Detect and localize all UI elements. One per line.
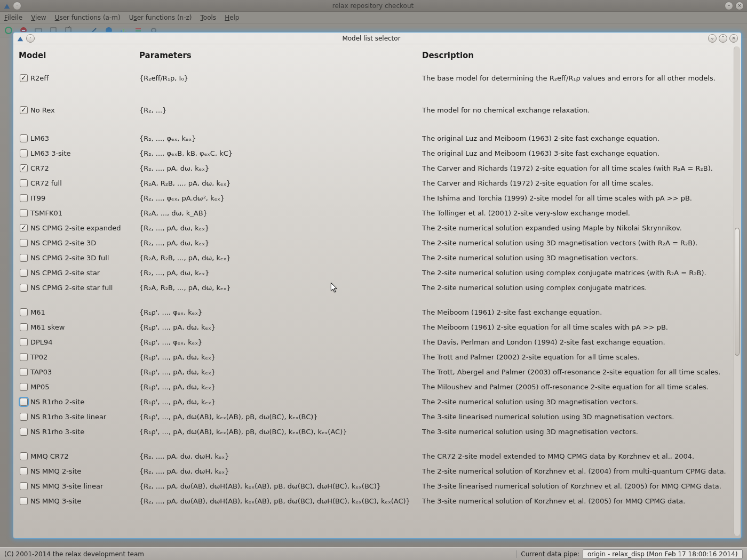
model-description: The Trott and Palmer (2002) 2-site equat…: [422, 353, 736, 361]
dialog-titlebar: · Model list selector ⌄ ⌃ ×: [13, 33, 741, 44]
model-checkbox[interactable]: [20, 106, 28, 114]
model-description: The 3-site linearised numerical solution…: [422, 482, 736, 490]
model-description: The 3-site linearised numerical solution…: [422, 413, 736, 421]
model-checkbox[interactable]: [20, 413, 28, 421]
model-row: NS CPMG 2-site star full{R₂A, R₂B, ..., …: [19, 280, 736, 295]
model-checkbox[interactable]: [20, 482, 28, 490]
model-name: NS MMQ 3-site linear: [30, 482, 139, 490]
model-row: NS CPMG 2-site 3D full{R₂A, R₂B, ..., pA…: [19, 250, 736, 265]
scrollbar[interactable]: [734, 46, 740, 536]
model-checkbox[interactable]: [20, 254, 28, 262]
model-checkbox[interactable]: [20, 323, 28, 331]
model-parameters: {R₂A, R₂B, ..., pA, dω, kₑₓ}: [139, 179, 422, 187]
model-row: MP05{R₁ρ', ..., pA, dω, kₑₓ}The Miloushe…: [19, 379, 736, 394]
model-description: The 2-site numerical solution using comp…: [422, 284, 736, 292]
model-checkbox[interactable]: [20, 428, 28, 436]
model-parameters: {R₂, ..., pA, dω, dωH, kₑₓ}: [139, 452, 422, 460]
header-model: Model: [19, 51, 139, 60]
model-description: The 3-site numerical solution of Korzhne…: [422, 497, 736, 505]
model-row: M61{R₁ρ', ..., φₑₓ, kₑₓ}The Meiboom (196…: [19, 305, 736, 319]
model-parameters: {R₂eff/R₁ρ, I₀}: [139, 74, 422, 82]
model-name: NS CPMG 2-site expanded: [30, 224, 139, 232]
model-description: The Meiboom (1961) 2-site equation for a…: [422, 323, 736, 331]
model-description: The 2-site numerical solution using 3D m…: [422, 398, 736, 406]
model-checkbox[interactable]: [20, 269, 28, 277]
model-row: NS R1rho 3-site linear{R₁ρ', ..., pA, dω…: [19, 409, 736, 424]
model-name: LM63: [30, 134, 139, 142]
svg-marker-14: [18, 36, 23, 41]
model-description: The Carver and Richards (1972) 2-site eq…: [422, 164, 736, 172]
model-checkbox[interactable]: [20, 239, 28, 247]
model-name: M61 skew: [30, 323, 139, 331]
model-checkbox[interactable]: [20, 134, 28, 142]
model-name: R2eff: [30, 74, 139, 82]
model-checkbox[interactable]: [20, 338, 28, 346]
model-parameters: {R₁ρ', ..., pA, dω(AB), kₑₓ(AB), pB, dω(…: [139, 413, 422, 421]
dialog-title: Model list selector: [35, 35, 708, 42]
model-description: The Tollinger et al. (2001) 2-site very-…: [422, 209, 736, 217]
model-list-dialog: · Model list selector ⌄ ⌃ × Model Parame…: [13, 32, 742, 539]
model-parameters: {R₁ρ', ..., pA, dω, kₑₓ}: [139, 368, 422, 376]
model-parameters: {R₂, ..., φₑₓ, kₑₓ}: [139, 134, 422, 142]
model-name: DPL94: [30, 338, 139, 346]
model-checkbox[interactable]: [20, 497, 28, 505]
pipe-label: Current data pipe:: [516, 550, 579, 558]
model-parameters: {R₁ρ', ..., φₑₓ, kₑₓ}: [139, 338, 422, 346]
dialog-min-icon[interactable]: ⌄: [708, 34, 717, 43]
dialog-max-icon[interactable]: ⌃: [719, 34, 727, 43]
model-parameters: {R₁ρ', ..., pA, dω, kₑₓ}: [139, 323, 422, 331]
model-checkbox[interactable]: [20, 308, 28, 316]
model-parameters: {R₂, ..., pA, dω, kₑₓ}: [139, 164, 422, 172]
model-checkbox[interactable]: [20, 209, 28, 217]
model-parameters: {R₁ρ', ..., pA, dω(AB), kₑₓ(AB), pB, dω(…: [139, 428, 422, 436]
model-row: LM63 3-site{R₂, ..., φₑₓB, kB, φₑₓC, kC}…: [19, 146, 736, 161]
model-name: CR72: [30, 164, 139, 172]
model-description: The Meiboom (1961) 2-site fast exchange …: [422, 308, 736, 316]
model-checkbox[interactable]: [20, 383, 28, 391]
model-checkbox[interactable]: [20, 224, 28, 232]
model-description: The model for no chemical exchange relax…: [422, 106, 736, 114]
model-description: The 2-site numerical solution using comp…: [422, 269, 736, 277]
model-description: The original Luz and Meiboom (1963) 3-si…: [422, 149, 736, 157]
model-name: NS CPMG 2-site 3D: [30, 239, 139, 247]
model-checkbox[interactable]: [20, 467, 28, 475]
header-parameters: Parameters: [139, 51, 422, 60]
scrollbar-thumb[interactable]: [735, 228, 740, 356]
model-name: LM63 3-site: [30, 149, 139, 157]
model-parameters: {R₂, ..., pA, dω(AB), dωH(AB), kₑₓ(AB), …: [139, 497, 422, 505]
model-row: TSMFK01{R₂A, ..., dω, k_AB}The Tollinger…: [19, 205, 736, 220]
model-row: NS CPMG 2-site star{R₂, ..., pA, dω, kₑₓ…: [19, 265, 736, 280]
model-name: NS CPMG 2-site 3D full: [30, 254, 139, 262]
model-parameters: {R₂A, ..., dω, k_AB}: [139, 209, 422, 217]
copyright-text: (C) 2001-2014 the relax development team: [4, 550, 144, 558]
model-name: NS MMQ 2-site: [30, 467, 139, 475]
model-name: NS CPMG 2-site star full: [30, 284, 139, 292]
model-description: The 2-site numerical solution using 3D m…: [422, 254, 736, 262]
model-row: NS R1rho 2-site{R₁ρ', ..., pA, dω, kₑₓ}T…: [19, 394, 736, 409]
model-checkbox[interactable]: [20, 353, 28, 361]
model-checkbox[interactable]: [20, 452, 28, 460]
dialog-app-icon: [17, 35, 24, 42]
model-name: TP02: [30, 353, 139, 361]
model-parameters: {R₂, ..., pA, dω(AB), dωH(AB), kₑₓ(AB), …: [139, 482, 422, 490]
model-checkbox[interactable]: [20, 398, 28, 406]
model-list: R2eff{R₂eff/R₁ρ, I₀}The base model for d…: [19, 67, 736, 508]
dialog-close-icon[interactable]: ×: [729, 34, 738, 43]
model-row: R2eff{R₂eff/R₁ρ, I₀}The base model for d…: [19, 67, 736, 89]
model-checkbox[interactable]: [20, 149, 28, 157]
model-name: TAP03: [30, 368, 139, 376]
model-checkbox[interactable]: [20, 194, 28, 202]
model-checkbox[interactable]: [20, 74, 28, 82]
model-checkbox[interactable]: [20, 368, 28, 376]
model-checkbox[interactable]: [20, 164, 28, 172]
model-name: MP05: [30, 383, 139, 391]
model-name: TSMFK01: [30, 209, 139, 217]
pipe-field[interactable]: origin - relax_disp (Mon Feb 17 18:00:16…: [583, 549, 743, 559]
model-row: MMQ CR72{R₂, ..., pA, dω, dωH, kₑₓ}The C…: [19, 449, 736, 463]
model-checkbox[interactable]: [20, 284, 28, 292]
model-parameters: {R₂, ..., φₑₓB, kB, φₑₓC, kC}: [139, 149, 422, 157]
model-row: NS MMQ 2-site{R₂, ..., pA, dω, dωH, kₑₓ}…: [19, 463, 736, 478]
dialog-menu-icon[interactable]: ·: [26, 34, 35, 43]
statusbar: (C) 2001-2014 the relax development team…: [0, 547, 747, 560]
model-checkbox[interactable]: [20, 179, 28, 187]
